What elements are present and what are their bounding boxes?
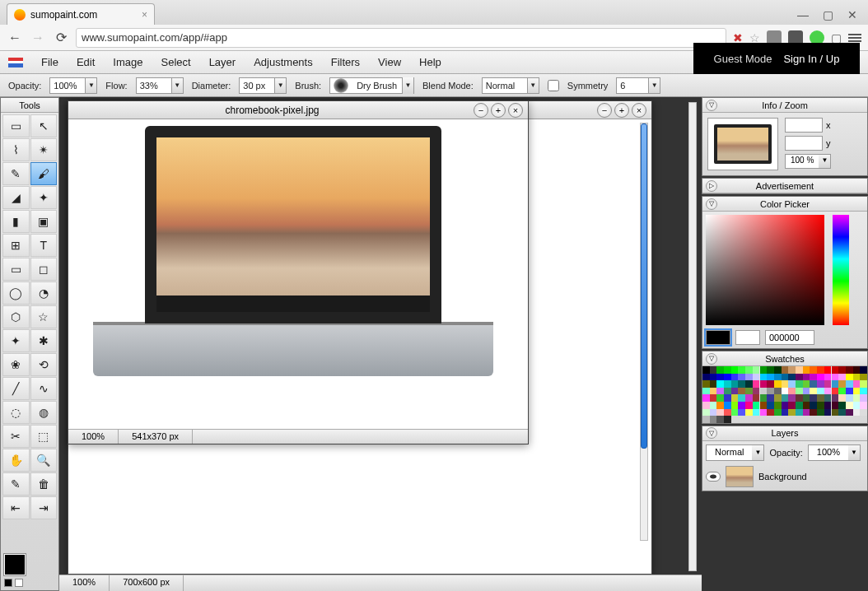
swatch-cell[interactable]: [832, 380, 839, 388]
flag-icon[interactable]: [8, 58, 23, 67]
swatch-cell[interactable]: [853, 409, 861, 416]
vertical-scrollbar[interactable]: [640, 123, 648, 541]
foreground-swatch[interactable]: [4, 554, 26, 575]
hex-input[interactable]: [765, 330, 814, 345]
tool-bucket[interactable]: ▣: [30, 210, 58, 233]
swatch-cell[interactable]: [832, 402, 839, 409]
swatch-cell[interactable]: [716, 366, 724, 374]
flow-dd[interactable]: ▼: [172, 77, 184, 94]
swatch-cell[interactable]: [710, 380, 717, 388]
win-close-icon[interactable]: ×: [632, 103, 646, 118]
swatch-cell[interactable]: [803, 409, 810, 416]
swatch-cell[interactable]: [817, 366, 824, 374]
tool-trash[interactable]: 🗑: [30, 472, 58, 496]
navigator-thumbnail[interactable]: [707, 118, 778, 170]
swatch-cell[interactable]: [710, 366, 717, 374]
swatch-cell[interactable]: [760, 380, 768, 388]
swatch-cell[interactable]: [788, 409, 796, 416]
swatch-cell[interactable]: [702, 374, 710, 381]
tool-polygon[interactable]: ⬡: [2, 305, 30, 328]
swatch-cell[interactable]: [724, 416, 731, 423]
swatch-cell[interactable]: [782, 380, 789, 388]
layer-opacity-select[interactable]: 100%▼: [808, 444, 861, 461]
swatch-cell[interactable]: [710, 374, 717, 381]
swatch-cell[interactable]: [824, 394, 832, 402]
swatch-cell[interactable]: [846, 374, 853, 381]
menu-select[interactable]: Select: [161, 56, 191, 68]
tool-lasso[interactable]: ⌇: [2, 138, 30, 161]
collapse-icon[interactable]: ▽: [706, 353, 717, 365]
swatch-cell[interactable]: [788, 402, 796, 409]
close-tab-icon[interactable]: ×: [142, 9, 147, 21]
sv-gradient[interactable]: [706, 215, 824, 325]
swatch-cell[interactable]: [788, 388, 796, 395]
cp-bg-swatch[interactable]: [735, 330, 760, 345]
swatch-cell[interactable]: [745, 366, 753, 374]
y-input[interactable]: [785, 136, 823, 151]
swatch-cell[interactable]: [767, 374, 774, 381]
tool-marquee[interactable]: ▭: [2, 114, 30, 137]
tool-move[interactable]: ↖: [30, 114, 58, 137]
swatch-cell[interactable]: [716, 380, 724, 388]
tool-line[interactable]: ╱: [2, 377, 30, 400]
swatch-cell[interactable]: [738, 366, 745, 374]
tool-blur[interactable]: ◌: [2, 401, 30, 424]
back-button[interactable]: ←: [7, 30, 23, 46]
swatch-cell[interactable]: [745, 374, 753, 381]
menu-edit[interactable]: Edit: [77, 56, 95, 68]
swatch-cell[interactable]: [832, 388, 839, 395]
swatch-cell[interactable]: [796, 374, 803, 381]
swatch-cell[interactable]: [716, 409, 724, 416]
swatch-cell[interactable]: [760, 394, 768, 402]
blend-input[interactable]: Normal: [482, 77, 528, 94]
swatch-cell[interactable]: [817, 394, 824, 402]
swatch-cell[interactable]: [738, 394, 745, 402]
win-minimize-icon[interactable]: −: [597, 103, 612, 118]
swatch-cell[interactable]: [860, 366, 867, 374]
swatch-cell[interactable]: [760, 366, 768, 374]
swatch-cell[interactable]: [716, 374, 724, 381]
swatch-cell[interactable]: [753, 409, 760, 416]
forward-button[interactable]: →: [30, 30, 46, 46]
tool-spiro[interactable]: ⟲: [30, 353, 58, 376]
swatch-cell[interactable]: [782, 366, 789, 374]
swatch-cell[interactable]: [803, 394, 810, 402]
swatch-cell[interactable]: [782, 374, 789, 381]
swatch-cell[interactable]: [716, 402, 724, 409]
swatch-cell[interactable]: [832, 366, 839, 374]
sign-in-link[interactable]: Sign In / Up: [783, 53, 839, 65]
swatch-cell[interactable]: [774, 380, 782, 388]
swatch-cell[interactable]: [853, 366, 861, 374]
swatch-cell[interactable]: [731, 394, 739, 402]
swatch-cell[interactable]: [774, 402, 782, 409]
swatch-cell[interactable]: [860, 409, 867, 416]
tool-rect[interactable]: ▭: [2, 258, 30, 281]
swatch-cell[interactable]: [824, 409, 832, 416]
swatch-cell[interactable]: [760, 402, 768, 409]
swatch-cell[interactable]: [724, 409, 731, 416]
swatch-cell[interactable]: [710, 394, 717, 402]
swatch-cell[interactable]: [774, 394, 782, 402]
swatch-cell[interactable]: [824, 374, 832, 381]
swatch-cell[interactable]: [810, 402, 817, 409]
win-close-icon[interactable]: ×: [508, 103, 523, 118]
swatch-cell[interactable]: [760, 409, 768, 416]
swatch-cell[interactable]: [788, 366, 796, 374]
swatch-cell[interactable]: [788, 394, 796, 402]
menu-layer[interactable]: Layer: [209, 56, 236, 68]
swatch-cell[interactable]: [702, 380, 710, 388]
swatch-cell[interactable]: [817, 380, 824, 388]
swatch-cell[interactable]: [753, 374, 760, 381]
mini-swatch-bg[interactable]: [15, 579, 23, 587]
tool-blob[interactable]: ❀: [2, 353, 30, 376]
tool-zoom[interactable]: 🔍: [30, 449, 58, 472]
swatch-cell[interactable]: [782, 409, 789, 416]
swatch-cell[interactable]: [860, 380, 867, 388]
tool-wand[interactable]: ✴: [30, 138, 58, 161]
tool-smudge[interactable]: ✦: [30, 186, 58, 209]
collapse-icon[interactable]: ▷: [706, 180, 717, 192]
swatch-cell[interactable]: [738, 402, 745, 409]
zoom-select[interactable]: 100 %▼: [785, 154, 831, 169]
swatch-cell[interactable]: [724, 380, 731, 388]
swatch-cell[interactable]: [745, 394, 753, 402]
